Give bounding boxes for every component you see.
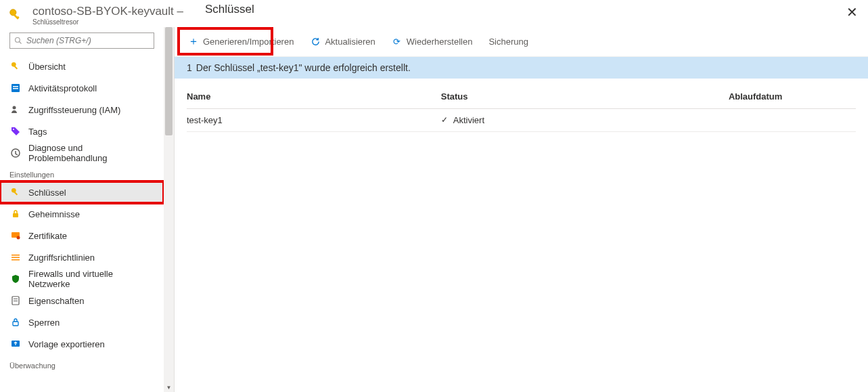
sidebar-section-settings: Einstellungen: [0, 164, 164, 181]
toolbar-label: Aktualisieren: [325, 37, 375, 47]
sidebar-item-label: Sperren: [28, 318, 60, 328]
log-icon: [9, 82, 22, 94]
policy-icon: [9, 251, 22, 263]
svg-rect-18: [12, 255, 20, 256]
svg-point-3: [16, 38, 20, 43]
plus-icon: ＋: [188, 37, 199, 47]
key-icon: [9, 186, 22, 198]
sidebar-item-label: Eigenschaften: [28, 296, 84, 306]
notification-count: 1: [187, 62, 192, 73]
sidebar-item-iam[interactable]: Zugriffssteuerung (IAM): [0, 99, 164, 121]
svg-line-4: [20, 42, 22, 44]
svg-rect-8: [13, 86, 18, 87]
sidebar-item-label: Vorlage exportieren: [28, 339, 105, 349]
sidebar-item-keys[interactable]: Schlüssel: [0, 181, 164, 203]
backup-button[interactable]: Sicherung: [482, 31, 535, 53]
check-icon: ✓: [441, 115, 448, 125]
diagnose-icon: [9, 147, 22, 159]
resource-type-label: Schlüsseltresor: [32, 18, 183, 26]
sidebar: « Übersicht: [0, 27, 175, 392]
breadcrumb[interactable]: contoso-SB-BYOK-keyvault –: [32, 5, 183, 18]
column-header-name[interactable]: Name: [187, 79, 441, 108]
sidebar-search[interactable]: [9, 32, 154, 49]
svg-rect-22: [14, 299, 18, 299]
sidebar-item-overview[interactable]: Übersicht: [0, 56, 164, 77]
svg-rect-15: [13, 213, 18, 217]
sidebar-item-diagnose[interactable]: Diagnose und Problembehandlung: [0, 142, 164, 164]
svg-point-13: [12, 188, 16, 193]
sidebar-item-export-template[interactable]: Vorlage exportieren: [0, 333, 164, 355]
tag-icon: [9, 125, 22, 137]
svg-point-10: [13, 106, 16, 110]
restore-button[interactable]: ⟳ Wiederherstellen: [385, 31, 480, 53]
toolbar-label: Generieren/Importieren: [203, 37, 294, 47]
svg-rect-24: [13, 322, 18, 326]
column-header-expiry[interactable]: Ablaufdatum: [655, 79, 856, 108]
sidebar-item-label: Tags: [28, 127, 47, 137]
page-title: Schlüssel: [205, 3, 254, 16]
sidebar-item-label: Aktivitätsprotokoll: [28, 83, 97, 93]
sidebar-item-label: Zertifikate: [28, 231, 67, 241]
key-icon: [9, 60, 22, 72]
scroll-down-icon: ▼: [164, 385, 174, 391]
svg-rect-23: [14, 301, 18, 301]
cell-expiry: [655, 108, 856, 131]
sidebar-item-label: Firewalls und virtuelle Netzwerke: [28, 269, 154, 289]
generate-import-button[interactable]: ＋ Generieren/Importieren: [181, 31, 300, 53]
svg-rect-19: [12, 257, 20, 259]
toolbar-label: Wiederherstellen: [407, 37, 473, 47]
close-icon: ✕: [846, 4, 858, 20]
svg-point-11: [13, 129, 14, 130]
search-input[interactable]: [26, 36, 150, 45]
command-bar: ＋ Generieren/Importieren Aktualisieren ⟳…: [175, 27, 868, 57]
sidebar-item-activity-log[interactable]: Aktivitätsprotokoll: [0, 77, 164, 99]
search-icon: [14, 37, 22, 45]
sidebar-item-certificates[interactable]: Zertifikate: [0, 225, 164, 246]
sidebar-item-locks[interactable]: Sperren: [0, 311, 164, 333]
svg-point-17: [17, 236, 20, 240]
secret-icon: [9, 208, 22, 220]
lock-icon: [9, 316, 22, 328]
close-button[interactable]: ✕: [844, 4, 860, 20]
sidebar-item-access-policies[interactable]: Zugriffsrichtlinien: [0, 246, 164, 268]
sidebar-item-label: Übersicht: [28, 62, 66, 72]
notification-bar: 1 Der Schlüssel „test-key1" wurde erfolg…: [175, 57, 868, 79]
sidebar-section-monitoring: Überwachung: [0, 355, 164, 372]
refresh-button[interactable]: Aktualisieren: [303, 31, 382, 53]
sidebar-item-label: Zugriffsrichtlinien: [28, 253, 95, 263]
export-icon: [9, 338, 22, 350]
column-header-status[interactable]: Status: [441, 79, 655, 108]
sidebar-item-label: Schlüssel: [28, 188, 66, 198]
svg-rect-9: [13, 88, 18, 89]
cert-icon: [9, 230, 22, 242]
toolbar-label: Sicherung: [488, 37, 528, 47]
refresh-icon: [310, 37, 321, 47]
notification-text: Der Schlüssel „test-key1" wurde erfolgre…: [196, 62, 411, 73]
svg-rect-14: [14, 192, 18, 195]
sidebar-item-secrets[interactable]: Geheimnisse: [0, 203, 164, 225]
svg-rect-6: [14, 66, 18, 69]
svg-point-5: [12, 62, 16, 67]
sidebar-item-label: Diagnose und Problembehandlung: [28, 143, 154, 163]
restore-icon: ⟳: [392, 37, 403, 47]
cell-name: test-key1: [187, 108, 441, 131]
table-row[interactable]: test-key1 ✓ Aktiviert: [187, 108, 856, 131]
keyvault-icon: [7, 6, 24, 24]
blade-header: contoso-SB-BYOK-keyvault – Schlüsseltres…: [0, 0, 868, 27]
iam-icon: [9, 104, 22, 116]
sidebar-item-label: Zugriffssteuerung (IAM): [28, 105, 120, 115]
main-content: ＋ Generieren/Importieren Aktualisieren ⟳…: [175, 27, 868, 392]
sidebar-scrollbar[interactable]: ▲ ▼: [164, 27, 174, 392]
status-text: Aktiviert: [453, 115, 484, 125]
cell-status: ✓ Aktiviert: [441, 108, 655, 131]
sidebar-item-properties[interactable]: Eigenschaften: [0, 290, 164, 311]
keys-table: Name Status Ablaufdatum test-key1 ✓ Akti…: [187, 79, 856, 132]
sidebar-item-label: Geheimnisse: [28, 209, 80, 219]
sidebar-item-firewalls[interactable]: Firewalls und virtuelle Netzwerke: [0, 268, 164, 290]
scroll-thumb[interactable]: [165, 27, 173, 135]
svg-rect-20: [12, 259, 20, 261]
firewall-icon: [9, 273, 22, 285]
sidebar-item-tags[interactable]: Tags: [0, 121, 164, 142]
properties-icon: [9, 295, 22, 307]
